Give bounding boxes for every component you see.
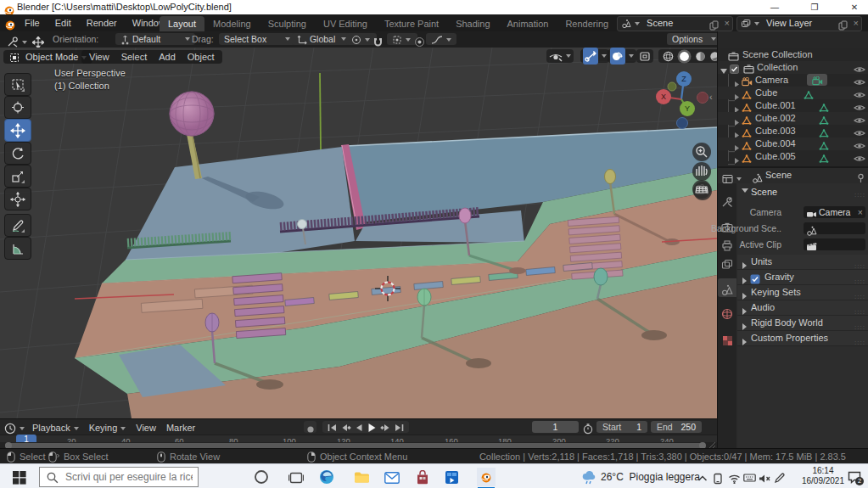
- orthographic-toggle-button[interactable]: [692, 180, 711, 199]
- tool-annotate-button[interactable]: [4, 214, 31, 237]
- cortana-button[interactable]: [252, 468, 271, 486]
- timeline-menu-marker[interactable]: Marker: [161, 420, 200, 435]
- object-visibility-dropdown[interactable]: [546, 49, 574, 63]
- gizmos-dropdown[interactable]: [580, 49, 609, 63]
- tray-pen-icon[interactable]: [774, 470, 785, 485]
- outliner-row-camera[interactable]: Camera: [718, 74, 868, 87]
- tray-keyboard-icon[interactable]: [743, 470, 756, 485]
- outliner-row-cube[interactable]: Cube: [718, 87, 868, 99]
- falloff-dropdown[interactable]: [426, 33, 456, 45]
- tray-phone-icon[interactable]: [713, 470, 723, 485]
- tab-layout[interactable]: Layout: [160, 16, 204, 32]
- play-button[interactable]: [367, 419, 377, 435]
- 3d-viewport[interactable]: Object Mode ViewSelectAddObject User Per…: [0, 48, 717, 418]
- tool-scale-button[interactable]: [4, 165, 31, 188]
- end-frame-field[interactable]: End250: [651, 421, 702, 433]
- taskbar-clock[interactable]: 16:14 16/09/2021: [802, 466, 844, 486]
- properties-tab-world[interactable]: [718, 302, 736, 321]
- edge-icon[interactable]: [317, 468, 336, 486]
- tab-modeling[interactable]: Modeling: [204, 16, 260, 32]
- mode-dropdown[interactable]: Object Mode: [3, 50, 92, 64]
- tool-cursor-button[interactable]: [4, 96, 31, 119]
- tab-animation[interactable]: Animation: [499, 16, 557, 32]
- tool-move-button[interactable]: [4, 119, 31, 142]
- start-frame-field[interactable]: Start1: [596, 421, 647, 433]
- tab-rendering[interactable]: Rendering: [557, 16, 617, 32]
- new-scene-icon[interactable]: [709, 19, 719, 31]
- panel-units[interactable]: Units::::: [737, 255, 868, 270]
- sidebar-collapse-icon[interactable]: ‹: [709, 92, 713, 102]
- new-viewlayer-icon[interactable]: [838, 19, 848, 31]
- tab-sculpting[interactable]: Sculpting: [260, 16, 315, 32]
- timeline-menu-keying[interactable]: Keying: [84, 420, 132, 435]
- hide-toggle-icon[interactable]: [854, 152, 865, 165]
- active-clip-field[interactable]: [804, 238, 865, 250]
- mail-icon[interactable]: [383, 468, 401, 486]
- outliner-row-cube-002[interactable]: Cube.002: [718, 112, 868, 125]
- current-frame-field[interactable]: 1: [532, 421, 579, 433]
- store-icon[interactable]: [413, 468, 432, 486]
- viewport-menu-add[interactable]: Add: [153, 50, 182, 64]
- pivot-point-dropdown[interactable]: [346, 33, 377, 45]
- camera-field[interactable]: Camera ×: [804, 206, 865, 218]
- tray-wifi-icon[interactable]: [728, 470, 741, 485]
- shading-material-icon[interactable]: [695, 48, 706, 64]
- overlays-dropdown[interactable]: [608, 49, 636, 63]
- minimize-button[interactable]: —: [762, 0, 787, 14]
- gravity-checkbox[interactable]: [750, 272, 760, 286]
- outliner-row-cube-004[interactable]: Cube.004: [718, 137, 868, 150]
- view-layer-selector[interactable]: View Layer ×: [736, 16, 862, 31]
- viewport-canvas[interactable]: [0, 48, 717, 418]
- unlink-scene-icon[interactable]: ×: [725, 17, 730, 30]
- tool-measure-button[interactable]: [4, 237, 31, 260]
- shading-wireframe-icon[interactable]: [663, 48, 674, 64]
- weather-icon[interactable]: [580, 468, 599, 486]
- viewport-menu-select[interactable]: Select: [115, 50, 154, 64]
- jump-to-start-button[interactable]: [328, 419, 337, 435]
- tray-expand-icon[interactable]: [697, 470, 708, 485]
- options-dropdown[interactable]: Options: [667, 33, 721, 45]
- remove-viewlayer-icon[interactable]: ×: [854, 17, 859, 30]
- restore-button[interactable]: ❐: [802, 0, 827, 14]
- panel-audio[interactable]: Audio::::: [737, 300, 868, 316]
- tool-select-box-button[interactable]: [4, 73, 31, 96]
- tray-volume-icon[interactable]: [759, 470, 771, 485]
- search-input[interactable]: [64, 470, 194, 484]
- tab-texture-paint[interactable]: Texture Paint: [376, 16, 447, 32]
- orientation-dropdown[interactable]: Default: [115, 33, 195, 45]
- movies-tv-icon[interactable]: [442, 468, 461, 486]
- file-explorer-icon[interactable]: [352, 468, 371, 486]
- previous-keyframe-button[interactable]: [340, 419, 351, 435]
- blender-logo-icon[interactable]: [5, 17, 15, 32]
- task-view-button[interactable]: [287, 468, 305, 486]
- taskbar-search[interactable]: [39, 467, 199, 487]
- panel-custom-properties[interactable]: Custom Properties::::: [737, 331, 868, 346]
- properties-tab-tool[interactable]: [718, 190, 736, 209]
- properties-tab-view-layer[interactable]: [718, 253, 736, 272]
- shading-solid-icon[interactable]: [677, 48, 692, 64]
- properties-tab-scene[interactable]: [718, 278, 736, 297]
- blender-taskbar-icon[interactable]: [477, 468, 496, 486]
- panel-gravity[interactable]: Gravity::::: [737, 270, 868, 285]
- tool-rotate-button[interactable]: [4, 142, 31, 165]
- panel-keying-sets[interactable]: Keying Sets::::: [737, 285, 868, 300]
- notification-center-icon[interactable]: 2: [845, 468, 864, 486]
- outliner-row-scene collection[interactable]: Scene Collection: [718, 48, 868, 61]
- tab-uv-editing[interactable]: UV Editing: [315, 16, 376, 32]
- clear-camera-icon[interactable]: ×: [858, 206, 863, 218]
- panel-scene-header[interactable]: Scene ::::: [737, 187, 868, 200]
- xray-toggle[interactable]: [636, 49, 653, 63]
- menu-file[interactable]: File: [17, 14, 48, 31]
- menu-render[interactable]: Render: [79, 14, 125, 31]
- weather-text[interactable]: 26°C Pioggia leggera: [601, 471, 700, 483]
- timeline-menu-view[interactable]: View: [131, 420, 161, 435]
- properties-tab-texture[interactable]: [718, 329, 736, 348]
- outliner-row-cube-003[interactable]: Cube.003: [718, 125, 868, 137]
- scene-selector[interactable]: Scene ×: [617, 16, 733, 31]
- zoom-button[interactable]: [692, 143, 711, 161]
- menu-edit[interactable]: Edit: [48, 14, 79, 31]
- transform-orientation-dropdown[interactable]: Global: [292, 33, 351, 45]
- viewport-menu-object[interactable]: Object: [182, 50, 221, 64]
- next-keyframe-button[interactable]: [380, 419, 391, 435]
- snap-with-dropdown[interactable]: [387, 33, 417, 45]
